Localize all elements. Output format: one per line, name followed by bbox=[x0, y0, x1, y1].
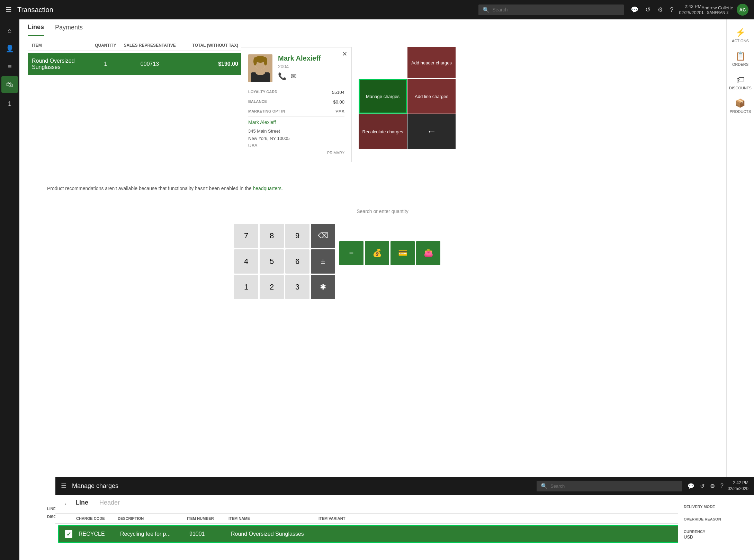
global-search-bar[interactable]: 🔍 bbox=[478, 5, 624, 15]
charge-row[interactable]: ✓ RECYCLE Recycling fee for p... 91001 R… bbox=[58, 525, 751, 543]
key-2[interactable]: 2 bbox=[260, 275, 284, 299]
help-icon[interactable]: ? bbox=[670, 6, 673, 14]
loyalty-label: LOYALTY CARD bbox=[248, 90, 277, 95]
mc-chat-icon[interactable]: 💬 bbox=[688, 483, 694, 489]
mc-tab-header[interactable]: Header bbox=[99, 499, 123, 509]
add-line-charges-button[interactable]: Add line charges bbox=[407, 79, 456, 114]
products-icon: 📦 bbox=[735, 98, 745, 108]
app-title: Transaction bbox=[17, 6, 478, 14]
customer-photo-svg bbox=[248, 54, 272, 82]
sidebar-item-number[interactable]: 1 bbox=[1, 96, 18, 112]
sidebar-item-menu[interactable]: ≡ bbox=[1, 58, 18, 75]
col-header-item: ITEM bbox=[32, 43, 91, 48]
close-customer-panel-button[interactable]: ✕ bbox=[342, 50, 347, 58]
key-multiply[interactable]: ✱ bbox=[311, 275, 335, 299]
key-7[interactable]: 7 bbox=[234, 224, 258, 248]
svg-point-7 bbox=[264, 57, 267, 65]
add-header-charges-button[interactable]: Add header charges bbox=[407, 47, 456, 78]
left-sidebar: ⌂ 👤 ≡ 🛍 1 bbox=[0, 19, 19, 560]
row-item-name: Round Oversized Sunglasses bbox=[231, 531, 321, 537]
customer-link[interactable]: Mark Alexieff bbox=[248, 119, 344, 125]
marketing-label: MARKETING OPT IN bbox=[248, 109, 285, 114]
col-header-total: TOTAL (WITHOUT TAX) bbox=[179, 43, 238, 48]
user-info: Andrew Collette 1 - SANFRAN-2 AC bbox=[701, 4, 748, 16]
key-backspace[interactable]: ⌫ bbox=[311, 224, 335, 248]
marketing-value: YES bbox=[335, 109, 344, 114]
tab-lines[interactable]: Lines bbox=[28, 24, 44, 36]
key-6[interactable]: 6 bbox=[285, 249, 309, 274]
delivery-mode-label: DELIVERY MODE bbox=[684, 505, 748, 509]
manage-charges-overlay: ☰ Manage charges 🔍 💬 ↺ ⚙ ? 2:42 PM 02/25… bbox=[55, 477, 754, 560]
loyalty-value: 55104 bbox=[332, 90, 344, 95]
checkbox-checked: ✓ bbox=[65, 530, 72, 538]
recommendations-link[interactable]: headquarters. bbox=[253, 186, 283, 191]
pay-card-button[interactable]: 💳 bbox=[391, 241, 415, 265]
key-4[interactable]: 4 bbox=[234, 249, 258, 274]
products-nav-item[interactable]: 📦 PRODUCTS bbox=[727, 96, 754, 116]
refresh-icon[interactable]: ↺ bbox=[645, 6, 650, 14]
tab-payments[interactable]: Payments bbox=[55, 24, 83, 35]
key-9[interactable]: 9 bbox=[285, 224, 309, 248]
mc-hamburger-icon[interactable]: ☰ bbox=[61, 482, 66, 490]
customer-name: Mark Alexieff bbox=[278, 54, 321, 62]
col-description: DESCRIPTION bbox=[118, 516, 187, 521]
numpad: 7 8 9 ⌫ 4 5 6 ± 1 2 3 ✱ bbox=[234, 224, 335, 325]
global-search-input[interactable] bbox=[492, 7, 620, 12]
mc-back-button[interactable]: ← bbox=[64, 500, 70, 508]
currency-label: CURRENCY bbox=[684, 530, 748, 534]
key-3[interactable]: 3 bbox=[285, 275, 309, 299]
actions-nav-item[interactable]: ⚡ ACTIONS bbox=[729, 25, 752, 46]
products-label: PRODUCTS bbox=[730, 109, 751, 114]
manage-charges-content: ← Line Header Details CHARGE CODE DESCRI… bbox=[55, 495, 754, 560]
row-total: $190.00 bbox=[179, 61, 238, 67]
mc-search-bar[interactable]: 🔍 bbox=[537, 481, 682, 491]
sidebar-item-customers[interactable]: 👤 bbox=[1, 40, 18, 57]
hamburger-menu-icon[interactable]: ☰ bbox=[6, 6, 12, 14]
mc-settings-icon[interactable]: ⚙ bbox=[710, 483, 715, 489]
mc-refresh-icon[interactable]: ↺ bbox=[700, 483, 704, 489]
charges-table: CHARGE CODE DESCRIPTION ITEM NUMBER ITEM… bbox=[55, 514, 754, 560]
pay-wallet-button[interactable]: 👛 bbox=[416, 241, 440, 265]
marketing-row: MARKETING OPT IN YES bbox=[248, 107, 344, 117]
sidebar-item-cart[interactable]: 🛍 bbox=[1, 76, 18, 93]
mc-help-icon[interactable]: ? bbox=[720, 483, 724, 489]
charge-actions-panel: Add header charges Manage charges Add li… bbox=[359, 47, 456, 149]
key-5[interactable]: 5 bbox=[260, 249, 284, 274]
search-quantity-label: Search or enter quantity bbox=[39, 203, 726, 220]
key-1[interactable]: 1 bbox=[234, 275, 258, 299]
customer-panel: ✕ Mark Alexieff 2004 � bbox=[241, 47, 352, 162]
username-display: Andrew Collette 1 - SANFRAN-2 bbox=[701, 5, 733, 15]
row-item-name: Round Oversized Sunglasses bbox=[32, 58, 91, 70]
email-icon[interactable]: ✉ bbox=[291, 72, 297, 80]
chat-icon[interactable]: 💬 bbox=[631, 6, 638, 14]
recalculate-charges-button[interactable]: Recalculate charges bbox=[359, 114, 407, 149]
customer-header: Mark Alexieff 2004 📞 ✉ bbox=[248, 54, 344, 82]
sidebar-item-home[interactable]: ⌂ bbox=[1, 22, 18, 39]
orders-label: ORDERS bbox=[732, 62, 748, 66]
mc-tab-line[interactable]: Line bbox=[75, 499, 91, 509]
phone-icon[interactable]: 📞 bbox=[278, 72, 287, 80]
row-checkbox[interactable]: ✓ bbox=[65, 530, 79, 538]
table-row[interactable]: Round Oversized Sunglasses 1 000713 $190… bbox=[28, 53, 242, 75]
discounts-nav-item[interactable]: 🏷 DISCOUNTS bbox=[726, 72, 754, 93]
row-item-number: 91001 bbox=[189, 531, 231, 537]
pay-equal-button[interactable]: = bbox=[339, 241, 363, 265]
header-icon-group: 💬 ↺ ⚙ ? bbox=[631, 6, 673, 14]
orders-nav-item[interactable]: 📋 ORDERS bbox=[729, 48, 751, 69]
override-reason-label: OVERRIDE REASON bbox=[684, 517, 748, 521]
row-qty: 1 bbox=[91, 61, 120, 67]
manage-charges-topbar: ☰ Manage charges 🔍 💬 ↺ ⚙ ? 2:42 PM 02/25… bbox=[55, 477, 754, 495]
manage-charges-button[interactable]: Manage charges bbox=[359, 79, 407, 114]
pay-coin-button[interactable]: 💰 bbox=[365, 241, 389, 265]
back-navigation-button[interactable]: ← bbox=[407, 114, 456, 149]
mc-search-input[interactable] bbox=[550, 483, 678, 489]
customer-photo bbox=[248, 54, 272, 82]
mc-header-icons: 💬 ↺ ⚙ ? bbox=[688, 483, 724, 489]
key-8[interactable]: 8 bbox=[260, 224, 284, 248]
current-time: 2:42 PM bbox=[679, 3, 701, 10]
user-avatar[interactable]: AC bbox=[737, 4, 748, 16]
discounts-label: DISCOUNTS bbox=[729, 86, 752, 90]
loyalty-row: LOYALTY CARD 55104 bbox=[248, 88, 344, 97]
key-plusminus[interactable]: ± bbox=[311, 249, 335, 274]
settings-icon[interactable]: ⚙ bbox=[657, 6, 663, 14]
